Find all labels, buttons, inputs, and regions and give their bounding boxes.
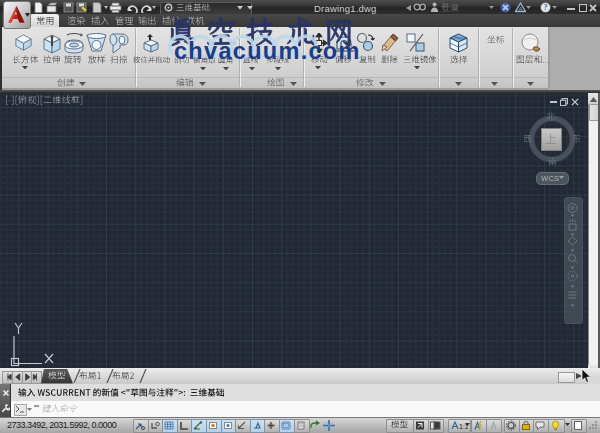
svg-text:A: A xyxy=(518,6,522,12)
svg-text:?: ? xyxy=(544,3,548,12)
